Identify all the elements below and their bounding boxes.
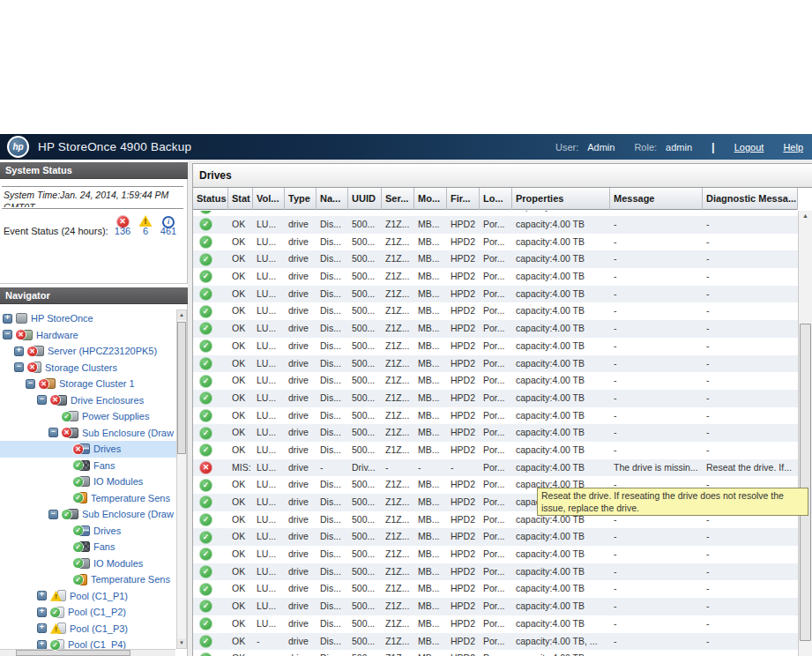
column-header-ser[interactable]: Ser... [382,188,414,210]
drives-table-row[interactable]: ✓OK-driveDis...500...Z1Z...MB...HPD2Por.… [193,650,798,656]
expand-icon[interactable]: + [37,608,47,617]
user-value: Admin [587,142,615,153]
cell-message: - [610,407,703,425]
tree-item-pool-c1-p3[interactable]: +!Pool (C1_P3) [0,621,176,637]
column-header-lo[interactable]: Lo... [480,188,512,210]
drives-table-row[interactable]: ✓OKLU...driveDis...500...Z1Z...MB...HPD2… [193,268,798,286]
tree-item-pool-c1-p2[interactable]: +✓Pool (C1_P2) [0,604,176,621]
cell-lo: Por... [480,390,512,407]
warning-count-link[interactable]: 6 [134,226,157,236]
drives-table-row[interactable]: ✓OKLU...driveDis...500...Z1Z...MB...HPD2… [193,598,798,615]
cell-message: - [610,424,703,442]
column-header-mo[interactable]: Mo... [414,188,447,210]
column-header-uuid[interactable]: UUID [348,188,382,210]
tree-scrollbar-thumb[interactable] [177,322,186,454]
drives-table-row[interactable]: ✓OKLU...driveDis...500...Z1Z...MB...HPD2… [193,528,798,546]
column-header-properties[interactable]: Properties [512,188,610,210]
cell-status: ✓ [193,216,228,234]
logout-link[interactable]: Logout [734,142,764,153]
column-header-message[interactable]: Message [610,188,703,210]
expand-icon[interactable]: + [37,623,47,633]
tree-item-hardware[interactable]: −✕Hardware [0,327,176,344]
drives-table-row[interactable]: ✓OKLU...driveDis...500...Z1Z...MB...HPD2… [193,580,798,598]
expand-icon[interactable]: + [37,591,47,600]
tree-item-storage-cluster-1[interactable]: −✕Storage Cluster 1 [0,376,176,392]
drives-table-row[interactable]: ✓OKLU...driveDis...500...Z1Z...MB...HPD2… [193,372,798,390]
help-link[interactable]: Help [783,142,803,153]
tree-item-drives[interactable]: ✓Drives [0,523,176,540]
tree-item-drive-enclosures[interactable]: −✕Drive Enclosures [0,392,176,409]
table-scrollbar-thumb[interactable] [800,324,811,641]
drives-table-row[interactable]: ✓OKLU...driveDis...500...Z1Z...MB...HPD2… [193,390,798,407]
tree-item-temperature-sens[interactable]: ✓Temperature Sens [0,490,176,507]
tree-item-drives[interactable]: ✕Drives [0,441,176,458]
ok-status-icon: ✓ [199,391,212,405]
tree-item-temperature-sens[interactable]: ✓Temperature Sens [0,571,176,588]
drives-table-row[interactable]: ✓OKLU...driveDis...500...Z1Z...MB...HPD2… [193,250,798,268]
drives-table-row[interactable]: ✓OK-driveDis...500...Z1Z...MB...HPD2Por.… [193,633,798,651]
tree-item-io-modules[interactable]: ✓IO Modules [0,473,176,490]
ok-status-icon: ✓ [73,575,83,585]
cell-uuid: 500... [348,546,382,563]
tree-vertical-scrollbar[interactable]: ▲ ▼ [176,309,187,649]
drives-table-row[interactable]: ✓OKLU...driveDis...500...Z1Z...MB...HPD2… [193,286,798,303]
tree-item-fans[interactable]: ✓Fans [0,539,176,555]
tree-item-sub-enclosure-draw[interactable]: −✕Sub Enclosure (Draw [0,425,176,442]
cell-stat: OK [228,442,253,459]
tree-item-power-supplies[interactable]: ✓Power Supplies [0,408,176,425]
column-header-fir[interactable]: Fir... [447,188,480,210]
cell-lo: Por... [480,546,512,563]
tree-item-fans[interactable]: ✓Fans [0,458,176,474]
tree-item-hp-storeonce[interactable]: +HP StoreOnce [0,310,176,327]
tree-horizontal-scrollbar[interactable] [0,649,175,656]
collapse-icon[interactable]: − [48,510,58,519]
drives-table-row[interactable]: ✓OKLU...driveDis...500...Z1Z...MB...HPD2… [193,442,798,459]
header-separator: | [711,140,715,153]
column-header-vol[interactable]: Vol... [253,188,285,210]
drives-table-row[interactable]: ✓OKLU...driveDis...500...Z1Z...MB...HPD2… [193,338,798,355]
expand-icon[interactable]: + [14,347,24,356]
column-header-stat[interactable]: Stat [228,188,253,210]
cell-stat: OK [228,355,253,373]
drives-table-row[interactable]: ✓OKLU...driveDis...500...Z1Z...MB...HPD2… [193,563,798,581]
drives-table-row[interactable]: ✓OKLU...driveDis...500...Z1Z...MB...HPD2… [193,234,798,251]
collapse-icon[interactable]: − [37,395,47,405]
cell-stat: OK [228,511,253,529]
drives-table-row[interactable]: ✓OKLU...driveDis...500...Z1Z...MB...HPD2… [193,302,798,320]
drives-table-row[interactable]: ✓OKLU...driveDis...500...Z1Z...MB...HPD2… [193,320,798,338]
scroll-down-icon[interactable]: ▼ [177,638,186,648]
drives-table-row[interactable]: ✕MIS:LU...drive-Driv...---Por...capacity… [193,459,798,477]
column-header-na[interactable]: Na... [317,188,348,210]
collapse-icon[interactable]: − [48,428,58,437]
cell-vol: LU... [253,338,285,355]
tree-hscrollbar-thumb[interactable] [16,650,130,656]
table-vertical-scrollbar[interactable]: ▲ [798,211,812,656]
drives-table-row[interactable]: ✓OKLU...driveDis...500...Z1Z...MB...HPD2… [193,216,798,234]
tree-item-storage-clusters[interactable]: −✕Storage Clusters [0,360,176,376]
info-count-link[interactable]: 461 [157,226,180,236]
drives-table-row[interactable]: ✓OKLU...driveDis...500...Z1Z...MB...HPD2… [193,615,798,633]
tree-item-server-hpcz23120pk5[interactable]: +✕Server (HPCZ23120PK5) [0,343,176,360]
tree-item-io-modules[interactable]: ✓IO Modules [0,555,176,572]
app-title: HP StoreOnce 4900 Backup [38,140,191,153]
cell-ser: Z1Z... [382,442,414,459]
cell-properties: capacity:4.00 TB [512,320,610,338]
scroll-up-icon[interactable]: ▲ [177,310,186,320]
tree-item-pool-c1-p1[interactable]: +!Pool (C1_P1) [0,588,176,605]
drives-table-body: ✓OKLU...driveDis...500...Z1Z...MB...HPD2… [193,211,798,656]
drives-table-row[interactable]: ✓OKLU...driveDis...500...Z1Z...MB...HPD2… [193,355,798,373]
column-header-diagnostic[interactable]: Diagnostic Messa... [703,188,798,210]
collapse-icon[interactable]: − [14,362,24,372]
cell-status: ✓ [193,580,228,598]
scroll-up-icon[interactable]: ▲ [799,212,812,219]
collapse-icon[interactable]: − [3,330,12,339]
tree-item-sub-enclosure-draw[interactable]: −✓Sub Enclosure (Draw [0,506,176,523]
drives-table-row[interactable]: ✓OKLU...driveDis...500...Z1Z...MB...HPD2… [193,407,798,425]
expand-icon[interactable]: + [3,314,12,324]
error-count-link[interactable]: 136 [111,226,134,236]
collapse-icon[interactable]: − [26,379,35,389]
column-header-status[interactable]: Status [193,188,228,210]
drives-table-row[interactable]: ✓OKLU...driveDis...500...Z1Z...MB...HPD2… [193,424,798,442]
column-header-type[interactable]: Type [285,188,317,210]
drives-table-row[interactable]: ✓OKLU...driveDis...500...Z1Z...MB...HPD2… [193,546,798,563]
